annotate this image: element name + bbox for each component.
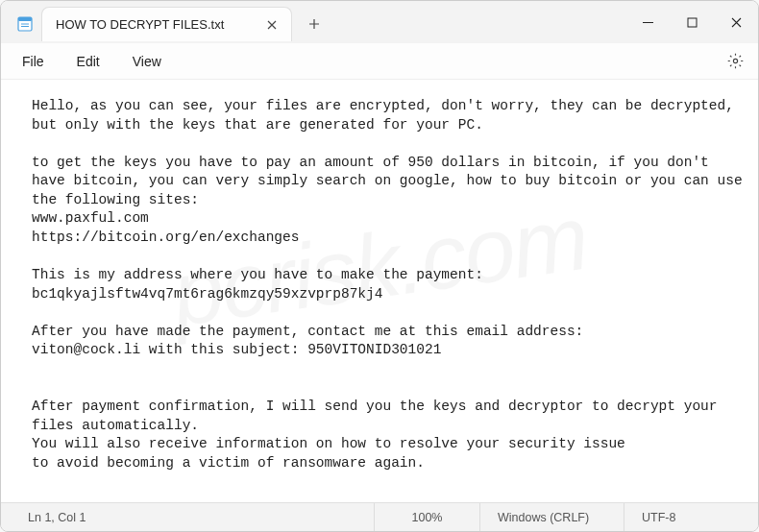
tab-active[interactable]: HOW TO DECRYPT FILES.txt [41,7,292,41]
menu-edit[interactable]: Edit [63,48,113,75]
maximize-icon [687,17,698,28]
maximize-button[interactable] [670,5,714,39]
settings-button[interactable] [720,46,750,77]
plus-icon [308,18,320,30]
status-zoom[interactable]: 100% [374,503,479,531]
close-window-button[interactable] [714,5,758,39]
text-editor[interactable]: Hello, as you can see, your files are en… [1,80,758,502]
minimize-icon [643,17,653,28]
new-tab-button[interactable] [298,9,331,39]
svg-rect-4 [688,18,697,27]
titlebar: HOW TO DECRYPT FILES.txt [1,1,758,43]
status-line-ending[interactable]: Windows (CRLF) [479,503,624,531]
menubar: File Edit View [1,43,758,80]
tab-title: HOW TO DECRYPT FILES.txt [56,17,224,32]
close-icon [267,20,277,30]
notepad-icon [16,15,34,33]
status-encoding[interactable]: UTF-8 [624,503,758,531]
svg-point-5 [733,59,737,62]
gear-icon [727,53,744,69]
statusbar: Ln 1, Col 1 100% Windows (CRLF) UTF-8 [1,502,758,531]
menu-view[interactable]: View [119,48,175,75]
tab-area: HOW TO DECRYPT FILES.txt [1,5,331,43]
close-tab-button[interactable] [262,15,282,35]
close-icon [731,17,742,28]
minimize-button[interactable] [625,5,670,39]
svg-rect-1 [18,17,32,21]
window-controls [625,5,758,43]
status-position[interactable]: Ln 1, Col 1 [1,503,374,531]
menu-file[interactable]: File [9,48,58,75]
